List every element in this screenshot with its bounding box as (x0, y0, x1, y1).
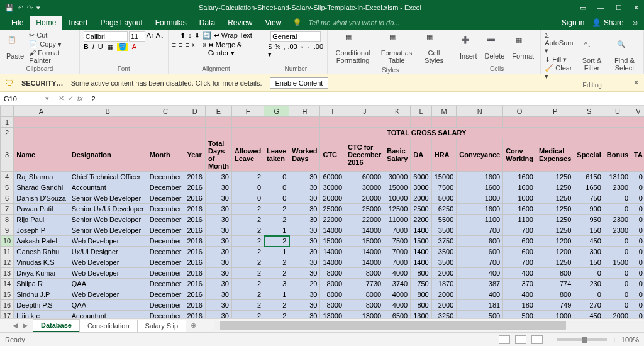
sort-filter-button[interactable]: ᴬ↓Sort & Filter (577, 39, 607, 73)
cell-r4-c12[interactable]: 15000 (431, 172, 457, 182)
format-painter-button[interactable]: 🖌 Format Painter (29, 49, 75, 64)
col-header-U[interactable]: 18U (604, 106, 631, 117)
cell-N1[interactable] (457, 117, 503, 128)
cell-r17-c17[interactable]: 2000 (604, 311, 631, 319)
cell-r2-5[interactable] (231, 128, 264, 138)
cell-V1[interactable] (631, 117, 644, 128)
cell-r10-c16[interactable]: 450 (574, 236, 604, 247)
cell-P1[interactable] (536, 117, 574, 128)
cell-r11-c12[interactable]: 3500 (431, 247, 457, 257)
cell-r12-c1[interactable]: Web Developer (69, 257, 147, 268)
cell-C1[interactable] (147, 117, 184, 128)
cell-r7-c10[interactable]: 12500 (384, 204, 411, 215)
percent-icon[interactable]: % (275, 43, 281, 59)
cell-r6-c2[interactable]: December (147, 193, 184, 204)
cell-r15-c12[interactable]: 2000 (431, 289, 457, 300)
tell-me-input[interactable]: Tell me what you want to do... (308, 19, 399, 26)
cell-r5-c8[interactable]: 30000 (320, 182, 345, 193)
font-color-button[interactable]: A (132, 43, 136, 51)
cell-r11-c13[interactable]: 600 (457, 247, 503, 257)
cell-r9-c15[interactable]: 1250 (536, 225, 574, 236)
sheet-tab-consolidation[interactable]: Consolidation (79, 320, 138, 332)
col-header-P[interactable]: 16P (536, 106, 574, 117)
col-title-3[interactable]: Year (184, 138, 205, 172)
cell-r17-c7[interactable]: 30 (289, 311, 320, 319)
cell-O1[interactable] (503, 117, 536, 128)
cell-r10-c7[interactable]: 30 (289, 236, 320, 247)
col-title-0[interactable]: Name (14, 138, 69, 172)
wrap-text-button[interactable]: ↩ Wrap Text (214, 31, 252, 40)
cell-r9-c2[interactable]: December (147, 225, 184, 236)
cell-r13-c2[interactable]: December (147, 268, 184, 279)
cell-r2-2[interactable] (147, 128, 184, 138)
cell-r14-c11[interactable]: 750 (411, 279, 431, 289)
cell-r14-c2[interactable]: December (147, 279, 184, 289)
cell-r14-c7[interactable]: 29 (289, 279, 320, 289)
emoji-icon[interactable]: ☺ (631, 18, 639, 27)
cell-r4-c13[interactable]: 1600 (457, 172, 503, 182)
col-header-G[interactable]: 7G (264, 106, 289, 117)
cell-I1[interactable] (320, 117, 345, 128)
cell-r12-c6[interactable]: 2 (264, 257, 289, 268)
delete-cells-button[interactable]: ➖Delete (482, 35, 508, 61)
cell-r12-c18[interactable]: 0 (631, 257, 644, 268)
save-icon[interactable]: 💾 (5, 4, 14, 12)
cell-r14-c12[interactable]: 1870 (431, 279, 457, 289)
fill-color-button[interactable]: 🪣 (117, 43, 128, 51)
cell-r4-c3[interactable]: 2016 (184, 172, 205, 182)
align-right-icon[interactable]: ≡ (185, 41, 189, 57)
cell-r6-c7[interactable]: 30 (289, 193, 320, 204)
cell-r16-c15[interactable]: 749 (536, 300, 574, 311)
cell-r2-6[interactable] (264, 128, 289, 138)
cell-r2-3[interactable] (184, 128, 205, 138)
cell-r16-c0[interactable]: Deepthi P.S (14, 300, 69, 311)
zoom-in-button[interactable]: + (612, 336, 616, 343)
tab-review[interactable]: Review (221, 16, 258, 30)
cell-r4-c4[interactable]: 30 (205, 172, 231, 182)
cell-r4-c14[interactable]: 1600 (503, 172, 536, 182)
cell-r8-c2[interactable]: December (147, 215, 184, 225)
row-header-6[interactable]: 6 (1, 193, 14, 204)
row-header-10[interactable]: 10 (1, 236, 14, 247)
cell-r5-c15[interactable]: 1250 (536, 182, 574, 193)
format-cells-button[interactable]: ▦Format (509, 35, 536, 61)
cell-r16-c8[interactable]: 8000 (320, 300, 345, 311)
sheet-tab-database[interactable]: Database (33, 319, 80, 332)
italic-button[interactable]: I (92, 43, 94, 51)
row-header-12[interactable]: 12 (1, 257, 14, 268)
currency-icon[interactable]: $ ▾ (268, 43, 272, 59)
cell-r12-c12[interactable]: 3500 (431, 257, 457, 268)
cell-r6-c10[interactable]: 10000 (384, 193, 411, 204)
col-title-6[interactable]: Leave taken (264, 138, 289, 172)
cell-r12-c14[interactable]: 700 (503, 257, 536, 268)
cell-r4-c1[interactable]: Chief Technical Officer (69, 172, 147, 182)
cell-r17-c15[interactable]: 1000 (536, 311, 574, 319)
cell-r14-c3[interactable]: 2016 (184, 279, 205, 289)
cell-r4-c18[interactable]: 0 (631, 172, 644, 182)
cell-r12-c3[interactable]: 2016 (184, 257, 205, 268)
align-center-icon[interactable]: ≡ (179, 41, 182, 57)
row-header-5[interactable]: 5 (1, 182, 14, 193)
cell-r6-c18[interactable]: 0 (631, 193, 644, 204)
cell-r13-c7[interactable]: 30 (289, 268, 320, 279)
cell-r17-c18[interactable]: 0 (631, 311, 644, 319)
cell-r6-c11[interactable]: 2000 (411, 193, 431, 204)
undo-icon[interactable]: ↶ (18, 4, 23, 12)
cell-r12-c9[interactable]: 14000 (345, 257, 384, 268)
cell-r13-c14[interactable]: 400 (503, 268, 536, 279)
formula-input[interactable]: 2 (88, 95, 644, 103)
cell-r13-c9[interactable]: 8000 (345, 268, 384, 279)
align-top-icon[interactable]: ⬆ (180, 31, 186, 40)
cell-r11-c0[interactable]: Ganesh Rahu (14, 247, 69, 257)
row-header-15[interactable]: 15 (1, 289, 14, 300)
cell-r17-c13[interactable]: 500 (457, 311, 503, 319)
cell-r6-c6[interactable]: 0 (264, 193, 289, 204)
cell-M1[interactable] (431, 117, 457, 128)
page-layout-view-button[interactable] (515, 335, 526, 344)
cell-r4-c0[interactable]: Raj Sharma (14, 172, 69, 182)
number-format-select[interactable] (270, 31, 321, 42)
cell-r2-9[interactable] (345, 128, 384, 138)
cell-r15-c11[interactable]: 800 (411, 289, 431, 300)
col-header-C[interactable]: 3C (147, 106, 184, 117)
cell-r15-c18[interactable]: 0 (631, 289, 644, 300)
